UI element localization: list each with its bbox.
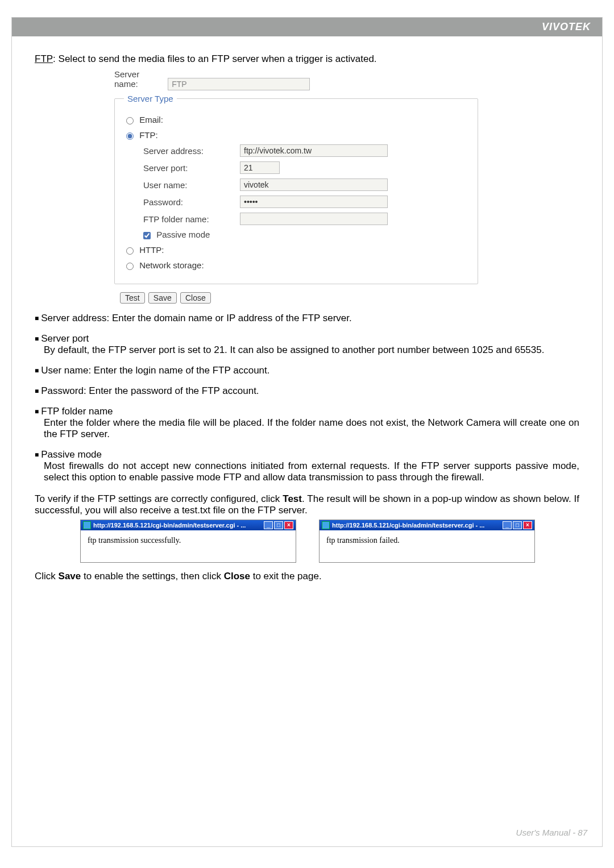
close-button[interactable]: Close — [180, 292, 211, 304]
popup-title: http://192.168.5.121/cgi-bin/admin/tests… — [332, 522, 503, 529]
popup-fail-body: ftp transmission failed. — [320, 530, 534, 562]
radio-ns-label: Network storage: — [139, 260, 204, 270]
close-icon[interactable]: × — [284, 521, 293, 529]
popup-title: http://192.168.5.121/cgi-bin/admin/tests… — [93, 522, 264, 529]
server-name-input[interactable] — [168, 78, 310, 90]
bullet-icon: ■ — [35, 367, 39, 375]
intro-text: FTP: Select to send the media files to a… — [35, 53, 579, 65]
close-icon[interactable]: × — [523, 521, 532, 529]
intro-rest: : Select to send the media files to an F… — [53, 53, 376, 64]
server-name-label: Server name: — [114, 69, 165, 89]
test-button[interactable]: Test — [120, 292, 145, 304]
bullet-icon: ■ — [35, 335, 39, 343]
desc-server-port: ■Server port By default, the FTP server … — [35, 333, 579, 356]
radio-ns-row[interactable]: Network storage: — [126, 260, 468, 270]
radio-network-storage[interactable] — [126, 263, 134, 270]
radio-ftp-label: FTP: — [139, 130, 158, 140]
bullet-icon: ■ — [35, 408, 39, 416]
popup-success-body: ftp transmission successfully. — [81, 530, 296, 562]
server-type-legend: Server Type — [124, 94, 177, 103]
server-port-label: Server port: — [143, 163, 240, 173]
verify-text: To verify if the FTP settings are correc… — [35, 493, 579, 516]
radio-http-row[interactable]: HTTP: — [126, 245, 468, 255]
passive-label: Passive mode — [156, 230, 210, 239]
username-label: User name: — [143, 180, 240, 190]
save-button[interactable]: Save — [148, 292, 177, 304]
bullet-icon: ■ — [35, 314, 39, 322]
ie-icon — [322, 521, 330, 529]
password-label: Password: — [143, 197, 240, 207]
server-port-input[interactable] — [240, 161, 280, 174]
brand-label: VIVOTEK — [542, 21, 591, 32]
server-address-input[interactable] — [240, 144, 388, 157]
popup-fail: http://192.168.5.121/cgi-bin/admin/tests… — [319, 520, 535, 563]
minimize-icon[interactable]: _ — [264, 521, 273, 529]
radio-email-row[interactable]: Email: — [126, 115, 468, 124]
popup-success: http://192.168.5.121/cgi-bin/admin/tests… — [80, 520, 296, 563]
bullet-icon: ■ — [35, 451, 39, 459]
radio-ftp[interactable] — [126, 132, 134, 140]
radio-email[interactable] — [126, 117, 134, 124]
username-input[interactable] — [240, 178, 388, 191]
radio-ftp-row[interactable]: FTP: — [126, 130, 468, 140]
maximize-icon[interactable]: □ — [274, 521, 283, 529]
radio-email-label: Email: — [139, 115, 163, 124]
radio-http[interactable] — [126, 247, 134, 255]
ftp-folder-input[interactable] — [240, 213, 388, 225]
desc-password: ■Password: Enter the password of the FTP… — [35, 385, 579, 397]
passive-checkbox[interactable] — [143, 232, 151, 239]
save-close-text: Click Save to enable the settings, then … — [35, 571, 579, 582]
bullet-icon: ■ — [35, 387, 39, 395]
server-form: Server name: Server Type Email: FTP: Ser… — [114, 69, 478, 304]
server-type-fieldset: Server Type Email: FTP: Server address: — [114, 94, 478, 284]
desc-username: ■User name: Enter the login name of the … — [35, 365, 579, 376]
desc-passive: ■Passive mode Most firewalls do not acce… — [35, 449, 579, 483]
minimize-icon[interactable]: _ — [503, 521, 512, 529]
ie-icon — [83, 521, 91, 529]
password-input[interactable] — [240, 196, 388, 208]
intro-ftp-label: FTP — [35, 53, 53, 64]
desc-server-address: ■Server address: Enter the domain name o… — [35, 313, 579, 324]
page-footer: User's Manual - 87 — [516, 828, 587, 837]
desc-folder: ■FTP folder name Enter the folder where … — [35, 406, 579, 440]
page-header: VIVOTEK — [12, 18, 602, 36]
server-address-label: Server address: — [143, 146, 240, 156]
ftp-folder-label: FTP folder name: — [143, 214, 240, 224]
maximize-icon[interactable]: □ — [513, 521, 522, 529]
radio-http-label: HTTP: — [139, 245, 164, 255]
